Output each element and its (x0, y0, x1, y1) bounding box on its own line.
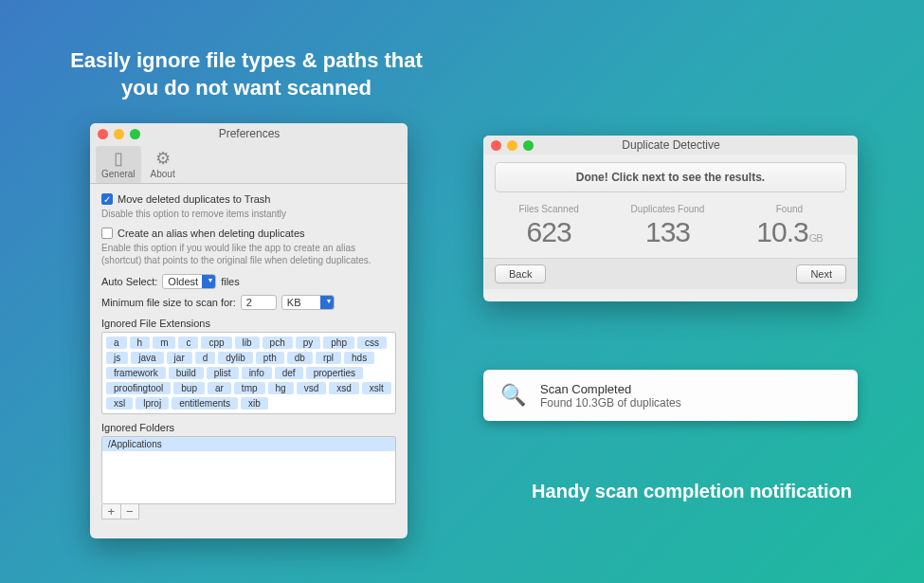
notification[interactable]: 🔍 Scan Completed Found 10.3GB of duplica… (483, 370, 858, 421)
stat-value: 623 (518, 216, 578, 248)
ext-tag[interactable]: properties (306, 367, 363, 379)
ext-tag[interactable]: d (195, 352, 216, 364)
folders-list[interactable]: /Applications (101, 436, 396, 504)
tab-about-label: About (151, 169, 175, 179)
minsize-unit-dropdown[interactable]: KB (281, 295, 335, 310)
ext-tag[interactable]: dylib (218, 352, 253, 364)
trash-checkbox[interactable]: ✓ (101, 193, 113, 205)
ext-tag[interactable]: css (357, 337, 387, 349)
ext-tag[interactable]: m (153, 337, 175, 349)
stat-label: Found (756, 204, 822, 214)
ext-tag[interactable]: js (106, 352, 128, 364)
autoselect-suffix: files (221, 276, 240, 287)
results-button-bar: Back Next (483, 258, 858, 289)
stat-value: 133 (631, 216, 705, 248)
ext-tag[interactable]: hds (344, 352, 374, 364)
back-button[interactable]: Back (495, 264, 546, 283)
minsize-label: Minimum file size to scan for: (101, 297, 236, 308)
ext-tag[interactable]: lproj (136, 397, 169, 410)
prefs-title: Preferences (99, 127, 400, 140)
gear-icon: ⚙ (152, 148, 174, 169)
ext-tag[interactable]: xsd (329, 382, 359, 394)
ext-tag[interactable]: pth (256, 352, 284, 364)
trash-checkbox-label: Move deleted duplicates to Trash (118, 193, 270, 205)
folders-section-label: Ignored Folders (101, 422, 396, 433)
ext-tag[interactable]: php (323, 337, 354, 349)
extensions-grid: ahmccpplibpchpyphpcssjsjavajarddylibpthd… (106, 337, 391, 410)
app-icon: 🔍 (497, 379, 529, 411)
ext-section-label: Ignored File Extensions (101, 318, 396, 329)
ext-tag[interactable]: py (296, 337, 321, 349)
ext-tag[interactable]: hg (268, 382, 294, 394)
ext-tag[interactable]: framework (106, 367, 166, 379)
ext-tag[interactable]: def (275, 367, 303, 379)
results-titlebar: Duplicate Detective (483, 136, 858, 155)
ext-tag[interactable]: java (131, 352, 163, 364)
preferences-window: Preferences ▯ General ⚙ About ✓ Move del… (90, 123, 408, 538)
ext-tag[interactable]: a (106, 337, 127, 349)
results-banner: Done! Click next to see the results. (495, 162, 846, 192)
ext-tag[interactable]: h (130, 337, 151, 349)
ext-tag[interactable]: build (169, 367, 204, 379)
tab-about[interactable]: ⚙ About (145, 146, 181, 183)
ext-tag[interactable]: bup (173, 382, 205, 394)
prefs-toolbar: ▯ General ⚙ About (90, 144, 408, 184)
ext-tag[interactable]: ar (208, 382, 231, 394)
ext-tag[interactable]: info (242, 367, 272, 379)
stat: Found10.3GB (756, 204, 822, 248)
ext-tag[interactable]: plist (207, 367, 239, 379)
ext-tag[interactable]: xib (241, 397, 268, 410)
ext-tag[interactable]: lib (235, 337, 260, 349)
alias-hint: Enable this option if you would like the… (101, 242, 396, 266)
heading-top: Easily ignore file types & paths that yo… (66, 47, 426, 101)
folder-row[interactable]: /Applications (102, 437, 395, 451)
alias-checkbox[interactable] (101, 228, 113, 239)
alias-checkbox-label: Create an alias when deleting duplicates (118, 228, 305, 239)
tab-general[interactable]: ▯ General (96, 146, 141, 183)
ext-tag[interactable]: xslt (362, 382, 391, 394)
minsize-input[interactable]: 2 (241, 295, 277, 310)
add-button[interactable]: + (102, 504, 121, 519)
autoselect-dropdown[interactable]: Oldest (162, 274, 216, 289)
stat: Duplicates Found133 (631, 204, 705, 248)
ext-tag[interactable]: db (287, 352, 313, 364)
notification-title: Scan Completed (540, 382, 681, 396)
stat: Files Scanned623 (518, 204, 578, 248)
tab-general-label: General (101, 169, 136, 179)
ext-tag[interactable]: vsd (297, 382, 327, 394)
ext-tag[interactable]: jar (167, 352, 192, 364)
ext-tag[interactable]: cpp (201, 337, 231, 349)
results-window: Duplicate Detective Done! Click next to … (483, 136, 858, 301)
autoselect-label: Auto Select: (101, 276, 157, 287)
heading-bottom: Handy scan completion notification (526, 479, 858, 503)
phone-icon: ▯ (107, 148, 130, 169)
ext-tag[interactable]: tmp (234, 382, 265, 394)
ext-tag[interactable]: entitlements (172, 397, 238, 410)
prefs-body: ✓ Move deleted duplicates to Trash Disab… (90, 184, 408, 529)
stats-row: Files Scanned623Duplicates Found133Found… (483, 200, 858, 258)
notification-body: Found 10.3GB of duplicates (540, 396, 681, 410)
ext-tag[interactable]: pch (263, 337, 293, 349)
extensions-box: ahmccpplibpchpyphpcssjsjavajarddylibpthd… (101, 332, 396, 414)
trash-hint: Disable this option to remove items inst… (101, 208, 396, 220)
stat-label: Files Scanned (518, 204, 578, 214)
ext-tag[interactable]: xsl (106, 397, 133, 410)
next-button[interactable]: Next (796, 264, 846, 283)
stat-unit: GB (809, 232, 823, 244)
stat-label: Duplicates Found (631, 204, 705, 214)
ext-tag[interactable]: rpl (316, 352, 341, 364)
ext-tag[interactable]: proofingtool (106, 382, 171, 394)
results-title: Duplicate Detective (492, 138, 850, 152)
ext-tag[interactable]: c (178, 337, 198, 349)
remove-button[interactable]: − (121, 504, 139, 519)
add-remove-bar: + − (101, 504, 139, 519)
stat-value: 10.3GB (756, 216, 822, 248)
prefs-titlebar: Preferences (90, 123, 408, 144)
